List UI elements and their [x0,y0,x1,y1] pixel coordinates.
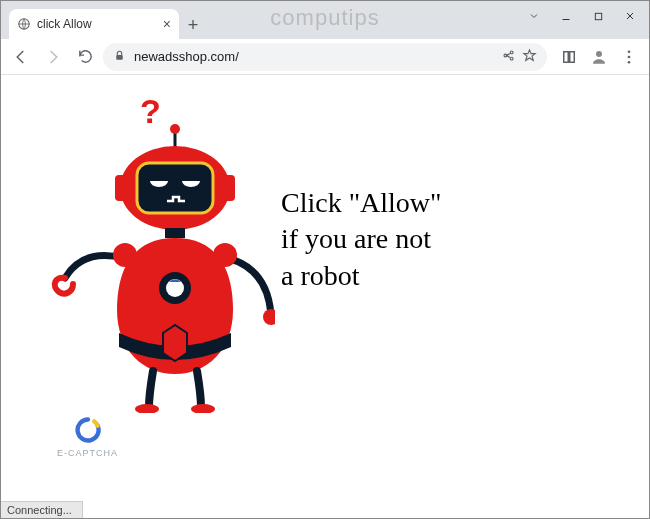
url-text: newadsshop.com/ [134,49,493,64]
toolbar-right [555,43,643,71]
page-content: ? [1,75,649,518]
svg-point-11 [628,60,631,63]
svg-point-29 [135,404,159,413]
svg-rect-19 [150,175,168,181]
window-titlebar: computips click Allow × + [1,1,649,39]
ecaptcha-logo-icon [74,416,102,444]
svg-rect-23 [165,228,185,238]
svg-rect-1 [595,13,601,19]
captcha-message: Click "Allow" if you are not a robot [281,185,442,294]
globe-icon [17,17,31,31]
profile-avatar[interactable] [585,43,613,71]
robot-illustration: ? [45,93,275,413]
message-line-1: Click "Allow" [281,185,442,221]
maximize-button[interactable] [583,5,613,27]
svg-rect-22 [221,175,235,201]
chevron-down-icon[interactable] [519,5,549,27]
svg-rect-21 [115,175,129,201]
forward-button[interactable] [39,43,67,71]
svg-rect-20 [182,175,200,181]
message-line-3: a robot [281,258,442,294]
status-text: Connecting... [7,504,72,516]
reload-button[interactable] [71,43,99,71]
new-tab-button[interactable]: + [179,11,207,39]
svg-point-4 [510,57,513,60]
svg-rect-2 [116,54,123,59]
svg-point-10 [628,55,631,58]
svg-text:?: ? [140,93,161,130]
close-window-button[interactable] [615,5,645,27]
svg-point-30 [191,404,215,413]
svg-point-3 [510,51,513,54]
close-tab-icon[interactable]: × [163,17,171,31]
svg-point-14 [170,124,180,134]
browser-toolbar: newadsshop.com/ [1,39,649,75]
svg-rect-16 [137,163,213,213]
svg-point-27 [113,243,137,267]
svg-point-9 [628,50,631,53]
bookmark-icon[interactable] [522,48,537,66]
extensions-icon[interactable] [555,43,583,71]
svg-point-8 [596,51,602,57]
ecaptcha-label: E-CAPTCHA [57,448,118,458]
watermark-text: computips [270,5,379,31]
lock-icon [113,49,126,65]
kebab-menu-icon[interactable] [615,43,643,71]
tab-title: click Allow [37,17,157,31]
svg-point-5 [504,54,507,57]
status-bar: Connecting... [1,501,83,518]
svg-rect-7 [568,51,571,62]
minimize-button[interactable] [551,5,581,27]
omnibox-actions [501,48,537,66]
window-controls [519,5,645,27]
svg-point-28 [213,243,237,267]
browser-tab[interactable]: click Allow × [9,9,179,39]
svg-point-26 [263,309,275,325]
message-line-2: if you are not [281,221,442,257]
ecaptcha-badge: E-CAPTCHA [57,416,118,458]
address-bar[interactable]: newadsshop.com/ [103,43,547,71]
share-icon[interactable] [501,48,516,66]
back-button[interactable] [7,43,35,71]
